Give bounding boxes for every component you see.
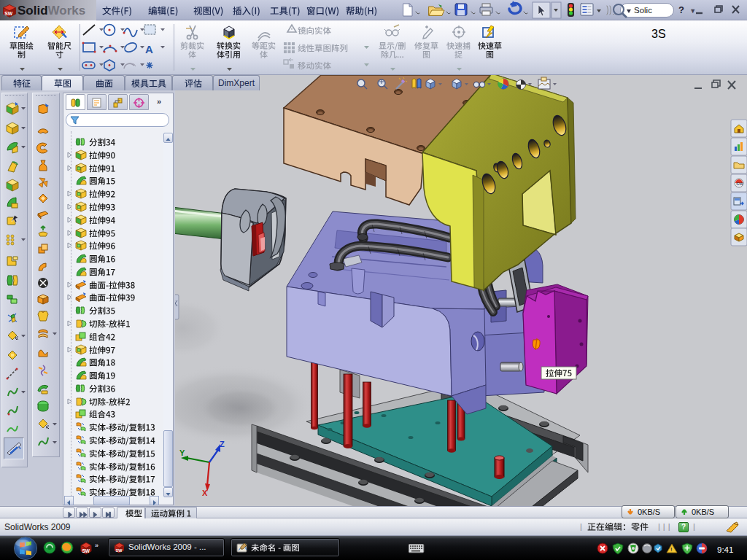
svg-text:X: X [202, 489, 208, 497]
svg-text:»: » [95, 542, 98, 549]
svg-text:SW: SW [4, 11, 13, 16]
svg-text:SW: SW [116, 548, 123, 553]
svg-text:SW: SW [736, 182, 743, 186]
svg-text:Y: Y [179, 448, 185, 457]
svg-text:SW: SW [82, 548, 90, 553]
svg-text:A: A [145, 43, 153, 55]
svg-text:Solic: Solic [634, 6, 652, 15]
svg-text:Z: Z [220, 440, 225, 448]
svg-text:!: ! [670, 546, 673, 553]
